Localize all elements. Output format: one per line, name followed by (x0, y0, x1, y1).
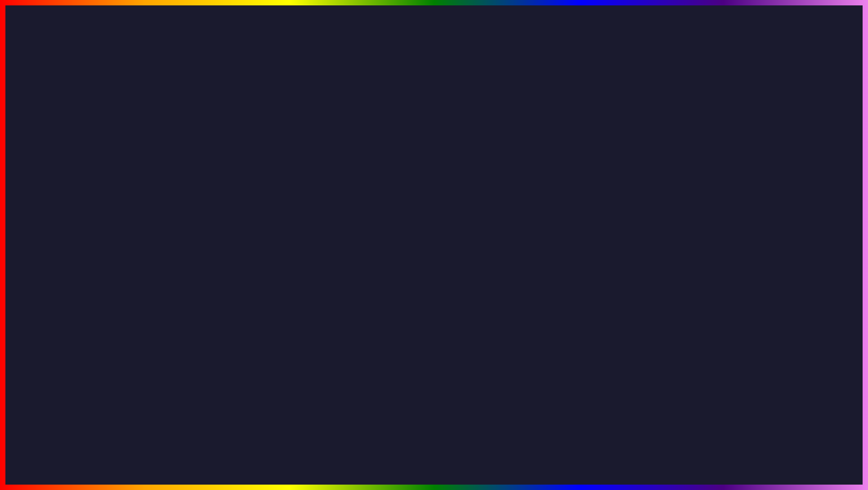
mm2-beach-ball-minus[interactable]: - (257, 214, 259, 221)
mm2-title: MM2 (181, 196, 194, 203)
type-of-coin-row: Type of Coin: ∨ (168, 152, 240, 159)
ui-label: UI: mrpectable (93, 221, 159, 227)
title-murder: MURDER (147, 10, 403, 76)
panel-esp-titlebar: Kidachi V2 | discord.gg/4YSVKEem6U | Mur… (604, 116, 822, 128)
sheriff-section-header: Sheriff ∧ (746, 186, 818, 192)
panel-esp-close[interactable]: ✕ (813, 118, 819, 125)
character (315, 261, 405, 418)
svg-point-25 (764, 404, 765, 405)
event-badge: EVENT (621, 357, 679, 416)
type-of-coin-label: Type of Coin: (168, 152, 200, 159)
firetouchinterest-value: ✗ (154, 152, 159, 159)
sidebar-item-roles[interactable]: Roles (39, 157, 88, 170)
murderer-chevron: ∧ (814, 204, 818, 209)
enable-esp-toggle[interactable] (732, 155, 737, 159)
changelog-player-mods[interactable]: Player Mods (93, 195, 159, 202)
mm2-titlebar: MM2 - (176, 194, 264, 206)
shoot-murderer-label: Shoot Murderer (746, 194, 783, 200)
subtitle-summer: SUMMER (216, 437, 392, 481)
esp-label: ESP (660, 145, 670, 150)
changelogs-title: Changelogs: (93, 171, 159, 176)
svg-rect-5 (340, 380, 360, 391)
player-tracers-toggle[interactable] (732, 165, 737, 169)
gun-status-label: Gun Status (746, 166, 773, 172)
panel-left-titlebar: Kidachi V2 | discord.gg/4YSVKEem6U | Mur… (39, 116, 244, 128)
credits-title: Credits: (93, 208, 159, 213)
mm2-invisible-btn[interactable]: Invisible (181, 246, 260, 260)
hookmetamethod-row: Hookmetamethod = ✗ (93, 161, 159, 167)
grab-gun-label: Grab Gun (746, 176, 770, 182)
subtitle-script: SCRIPT (394, 437, 539, 481)
hookmetamethod-label: Hookmetamethod = (93, 161, 154, 167)
svg-point-26 (791, 350, 792, 352)
player-text-row: Player Text (660, 174, 737, 180)
svg-point-11 (350, 279, 370, 295)
knife-box (722, 321, 821, 420)
firetouchinterest-row: Firetouchinterest = ✗ (93, 152, 159, 159)
esp-right-col: Innocent ∧ Auto Grab Gun Gun Status Grab… (741, 140, 822, 266)
panel-esp-minimize[interactable]: — (803, 118, 810, 125)
speed-value: 25 (234, 161, 240, 167)
panel-esp: Kidachi V2 | discord.gg/4YSVKEem6U | Mur… (603, 115, 823, 267)
mm2-footer-val: v (256, 282, 259, 289)
godmode-row: Godmode (168, 174, 240, 183)
svg-rect-6 (360, 380, 380, 391)
auto-grab-gun-row: Auto Grab Gun (746, 156, 818, 162)
event-circle: EVENT (621, 357, 679, 416)
esp-sidebar-player-abuse[interactable]: Player Abuse (604, 170, 655, 184)
speed-slider-container: Speed 25 (168, 161, 240, 171)
changelog-murderer[interactable]: Murderer Stuff (93, 181, 159, 188)
speed-slider-fill (168, 168, 211, 171)
esp-section-title: ESP ∧ (660, 144, 737, 150)
innocent-section-header: Innocent ∧ (746, 148, 818, 154)
mm2-beach-ball-label[interactable]: Beach Ball (182, 209, 225, 224)
panel-left-tabs: Main Misc Farm ∧ (39, 128, 244, 140)
svg-point-9 (325, 333, 338, 343)
event-text: EVENT (631, 380, 670, 394)
tab-farm[interactable]: Farm ∧ (210, 128, 244, 139)
panel-left-sidebar: Main Roles Player Abuse (39, 140, 89, 284)
player-tracers-row: Player Tracers (660, 164, 737, 170)
panel-esp-tabs: Main ESP Innocent ∧ (604, 128, 822, 140)
tab-esp-main[interactable]: Main (604, 128, 631, 139)
svg-rect-4 (362, 344, 378, 384)
tab-esp-innocent[interactable]: Innocent ∧ (780, 128, 822, 139)
speed-slider-track[interactable] (168, 168, 240, 171)
misc-functions-title: Functions: (93, 144, 159, 150)
changelog-troll[interactable]: Troll Stuff (93, 188, 159, 195)
player-tracers-label: Player Tracers (660, 164, 732, 170)
enable-esp-label: Enable Esp (660, 154, 732, 160)
player-text-label: Player Text (660, 174, 732, 180)
mm2-minus[interactable]: - (258, 196, 260, 203)
tab-esp-esp[interactable]: ESP (631, 128, 658, 139)
shoot-murderer-row: Shoot Murderer (746, 194, 818, 200)
mm2-ball-farm-label[interactable]: Ball Farm (182, 232, 209, 239)
svg-point-23 (750, 354, 752, 356)
esp-sidebar-main[interactable]: Main (604, 143, 655, 157)
speed-label: Speed (168, 161, 183, 167)
panel-left-close[interactable]: ✕ (235, 118, 241, 125)
svg-rect-3 (342, 344, 358, 384)
subtitle-upd: UPD (130, 437, 214, 481)
subtitle-pastebin: PASTEBIN (541, 437, 738, 481)
mm2-anti-afk-btn[interactable]: Anti AFK (181, 263, 260, 276)
tab-main[interactable]: Main (39, 128, 67, 139)
esp-content: Main Roles Player Abuse ESP ∧ Enable Esp… (604, 140, 822, 266)
sidebar-item-player-abuse[interactable]: Player Abuse (39, 170, 88, 184)
godmode-toggle[interactable] (224, 174, 240, 183)
auto-grab-gun-toggle[interactable] (786, 157, 791, 161)
gun-status-row: Gun Status (746, 166, 818, 172)
svg-point-14 (354, 284, 356, 287)
tab-misc[interactable]: Misc (67, 128, 94, 139)
player-text-toggle[interactable] (732, 174, 737, 179)
sheriff-chevron: ∧ (814, 186, 818, 192)
esp-sidebar-roles[interactable]: Roles (604, 157, 655, 170)
player-boxes-toggle[interactable] (732, 184, 737, 189)
panel-left-minimize[interactable]: — (225, 118, 232, 125)
panel-left-controls: — ✕ (225, 118, 241, 125)
sidebar-item-main[interactable]: Main (39, 143, 88, 157)
coin-dropdown-arrow[interactable]: ∨ (236, 152, 240, 159)
sheriff-label: Sheriff (746, 186, 761, 192)
mm2-ball-farm-toggle[interactable] (253, 232, 259, 239)
enable-esp-row: Enable Esp (660, 154, 737, 160)
